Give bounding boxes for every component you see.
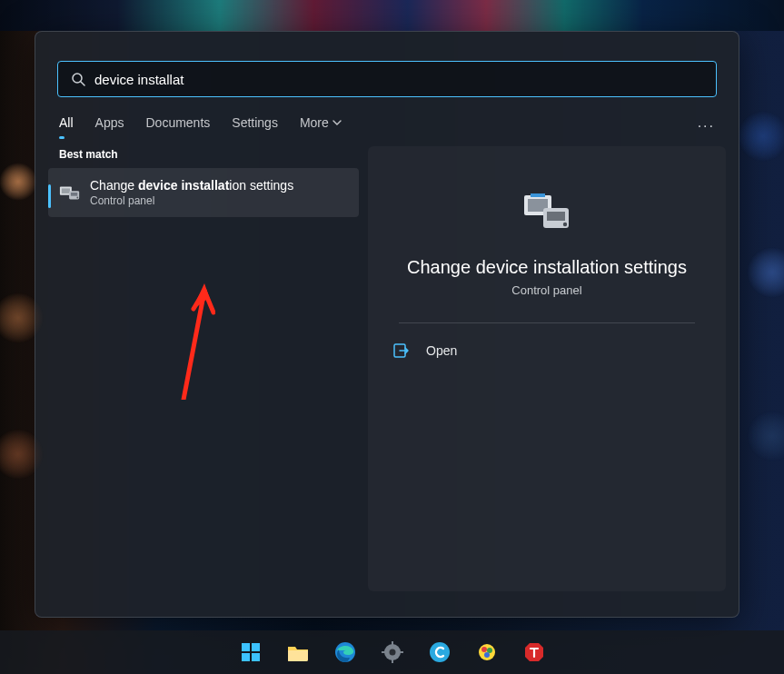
svg-point-28 [481,647,487,652]
start-button[interactable] [233,634,269,670]
action-open[interactable]: Open [386,338,708,363]
app-t-button[interactable] [516,634,552,670]
svg-rect-11 [547,212,565,221]
folder-icon [286,642,310,662]
svg-rect-25 [400,651,403,653]
svg-line-1 [81,82,84,85]
search-input[interactable] [94,72,703,87]
svg-rect-24 [382,651,385,653]
result-title-prefix: Change [90,178,138,193]
tab-label: Documents [145,115,210,130]
detail-subtitle: Control panel [511,283,581,297]
svg-rect-9 [531,193,545,197]
taskbar [0,630,784,674]
best-match-heading: Best match [59,148,359,161]
divider [399,322,695,323]
detail-title: Change device installation settings [407,257,687,278]
tab-more[interactable]: More [300,115,342,137]
tab-documents[interactable]: Documents [145,115,210,137]
settings-button[interactable] [374,634,411,670]
svg-rect-22 [392,641,393,645]
svg-point-26 [430,642,450,662]
svg-point-21 [389,649,395,656]
detail-pane: Change device installation settings Cont… [368,146,726,591]
result-title-match: device installat [138,178,229,193]
svg-rect-15 [242,643,250,651]
more-options-button[interactable]: ··· [698,118,715,134]
devices-printer-icon [59,182,81,203]
svg-point-30 [484,652,490,658]
t-stop-icon [523,641,545,663]
results-column: Best match Change device installation se… [48,146,359,591]
svg-rect-16 [252,643,260,651]
creative-icon [476,641,498,663]
tab-label: Settings [232,115,278,130]
wallpaper-top-strip [0,0,784,31]
windows-logo-icon [240,641,262,663]
svg-rect-3 [62,188,70,193]
action-label: Open [426,343,457,358]
svg-rect-18 [252,653,260,661]
c-circle-icon [429,641,451,663]
creative-app-button[interactable] [469,634,505,670]
tab-label: Apps [95,115,124,130]
tab-label: More [300,115,329,130]
file-explorer-button[interactable] [280,634,316,670]
search-filter-tabs: All Apps Documents Settings More ··· [35,97,739,137]
svg-rect-5 [71,193,77,196]
tab-label: All [59,115,74,130]
chevron-down-icon [332,118,342,127]
svg-point-12 [563,223,567,226]
app-c-button[interactable] [422,634,458,670]
result-subtitle: Control panel [90,194,348,207]
edge-button[interactable] [327,634,363,670]
search-box[interactable] [57,61,717,97]
svg-point-6 [76,197,78,199]
open-exit-icon [393,343,410,358]
result-title-suffix: ion settings [229,178,293,193]
search-panel: All Apps Documents Settings More ··· Bes… [35,31,739,618]
devices-printer-icon [521,186,572,237]
result-change-device-installation-settings[interactable]: Change device installation settings Cont… [48,168,359,217]
edge-icon [334,641,356,663]
desktop-wallpaper: All Apps Documents Settings More ··· Bes… [0,0,784,674]
svg-rect-23 [392,659,393,663]
svg-point-29 [487,648,492,653]
tab-settings[interactable]: Settings [232,115,278,137]
tab-all[interactable]: All [59,115,74,137]
search-icon [71,72,85,86]
gear-icon [382,641,403,663]
result-title: Change device installation settings [90,178,348,193]
tab-apps[interactable]: Apps [95,115,124,137]
svg-rect-17 [242,653,250,661]
